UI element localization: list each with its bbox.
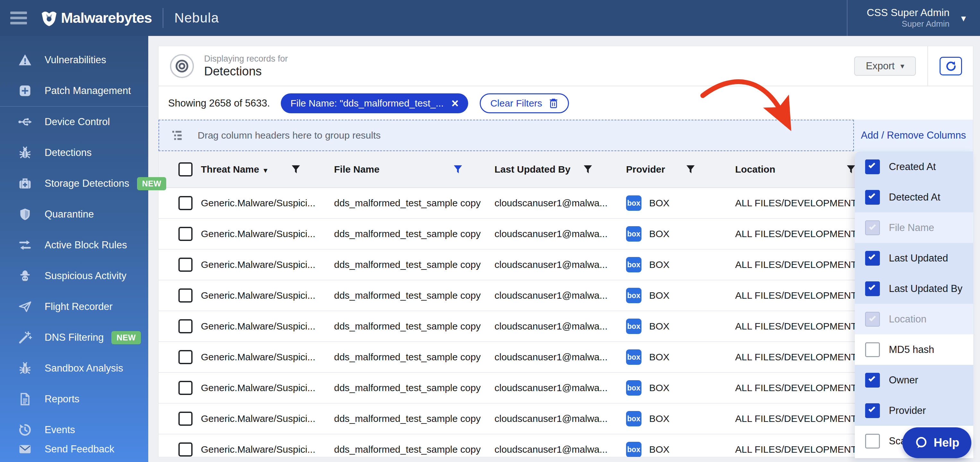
refresh-button[interactable] — [940, 57, 962, 75]
table-row[interactable]: Generic.Malware/Suspici... dds_malformed… — [159, 280, 973, 311]
column-checkbox[interactable] — [865, 403, 880, 418]
table-row[interactable]: Generic.Malware/Suspici... dds_malformed… — [159, 373, 973, 403]
warning-triangle-icon — [18, 52, 32, 67]
sidebar-item-label: Device Control — [45, 116, 110, 128]
column-toggle-file-name[interactable]: File Name — [855, 213, 973, 243]
sidebar-item-dns-filtering[interactable]: DNS Filtering NEW — [0, 322, 148, 353]
filter-funnel-icon-file-name-active[interactable] — [453, 164, 463, 175]
table-row[interactable]: Generic.Malware/Suspici... dds_malformed… — [159, 249, 973, 280]
sidebar-item-reports[interactable]: Reports — [0, 384, 148, 414]
column-header-threat-name[interactable]: Threat Name▾ — [201, 164, 267, 175]
row-checkbox[interactable] — [178, 289, 192, 303]
table-row[interactable]: Generic.Malware/Suspici... dds_malformed… — [159, 434, 973, 457]
column-checkbox[interactable] — [865, 159, 880, 174]
add-remove-columns-link[interactable]: Add / Remove Columns — [861, 130, 966, 141]
help-button[interactable]: Help — [902, 427, 971, 458]
table-row[interactable]: Generic.Malware/Suspici... dds_malformed… — [159, 342, 973, 373]
table-row[interactable]: Generic.Malware/Suspici... dds_malformed… — [159, 219, 973, 249]
cell-provider: box BOX — [626, 411, 670, 426]
document-icon — [18, 392, 32, 406]
user-menu[interactable]: CSS Super Admin Super Admin ▾ — [847, 0, 980, 36]
filter-chip-file-name[interactable]: File Name: "dds_malformed_test_... × — [281, 94, 468, 113]
sidebar-item-quarantine[interactable]: Quarantine — [0, 199, 148, 230]
sidebar-item-patch-management[interactable]: Patch Management — [0, 75, 148, 106]
cell-file-name: dds_malformed_test_sample copy — [334, 444, 481, 455]
cell-threat-name: Generic.Malware/Suspici... — [201, 259, 315, 270]
sidebar-item-detections[interactable]: Detections — [0, 137, 148, 168]
group-bar: Drag column headers here to group result… — [159, 120, 973, 151]
card-header: Displaying records for Detections Export… — [159, 46, 973, 86]
select-all-checkbox[interactable] — [178, 162, 192, 176]
sidebar-item-label: Storage Detections — [45, 178, 129, 189]
sidebar-item-suspicious-activity[interactable]: Suspicious Activity — [0, 260, 148, 291]
filter-bar: Showing 2658 of 5633. File Name: "dds_ma… — [159, 87, 973, 120]
sidebar-item-send-feedback[interactable]: Send Feedback — [0, 439, 148, 459]
table-row[interactable]: Generic.Malware/Suspici... dds_malformed… — [159, 188, 973, 219]
hamburger-menu-icon[interactable] — [10, 11, 27, 24]
column-toggle-detected-at[interactable]: Detected At — [855, 182, 973, 213]
column-checkbox[interactable] — [865, 221, 880, 235]
filter-funnel-icon-last-updated-by[interactable] — [583, 164, 593, 175]
column-checkbox[interactable] — [865, 190, 880, 205]
column-checkbox[interactable] — [865, 281, 880, 296]
column-header-location[interactable]: Location — [735, 164, 775, 175]
column-checkbox[interactable] — [865, 434, 880, 449]
column-toggle-label: Last Updated By — [889, 283, 963, 295]
table-row[interactable]: Generic.Malware/Suspici... dds_malformed… — [159, 311, 973, 342]
sidebar-item-device-control[interactable]: Device Control — [0, 106, 148, 137]
cell-last-updated-by: cloudscanuser1@malwa... — [495, 413, 608, 424]
box-provider-logo: box — [626, 380, 641, 395]
sidebar-item-storage-detections[interactable]: Storage Detections NEW — [0, 168, 148, 199]
column-checkbox[interactable] — [865, 251, 880, 266]
row-checkbox[interactable] — [178, 412, 192, 426]
column-toggle-provider[interactable]: Provider — [855, 395, 973, 426]
row-checkbox[interactable] — [178, 381, 192, 395]
column-header-file-name[interactable]: File Name — [334, 164, 380, 175]
product-name: Nebula — [174, 10, 219, 26]
filter-funnel-icon-threat-name[interactable] — [291, 164, 301, 175]
column-checkbox[interactable] — [865, 312, 880, 327]
sidebar-item-sandbox-analysis[interactable]: Sandbox Analysis — [0, 353, 148, 384]
filter-chip-close-icon[interactable]: × — [452, 97, 458, 110]
sidebar-item-vulnerabilities[interactable]: Vulnerabilities — [0, 44, 148, 75]
column-toggle-owner[interactable]: Owner — [855, 365, 973, 395]
export-button[interactable]: Export ▾ — [854, 56, 916, 76]
row-checkbox[interactable] — [178, 319, 192, 333]
column-toggle-last-updated-by[interactable]: Last Updated By — [855, 273, 973, 304]
checkmark-icon — [868, 161, 875, 168]
filter-funnel-icon-provider[interactable] — [686, 164, 696, 175]
trash-icon — [549, 98, 558, 108]
column-toggle-label: Provider — [889, 405, 926, 416]
column-toggle-md5-hash[interactable]: MD5 hash — [855, 334, 973, 365]
row-checkbox[interactable] — [178, 443, 192, 457]
column-checkbox[interactable] — [865, 373, 880, 387]
column-toggle-location[interactable]: Location — [855, 304, 973, 334]
page-title: Detections — [204, 65, 288, 78]
group-drop-zone[interactable]: Drag column headers here to group result… — [159, 120, 854, 151]
column-toggle-created-at[interactable]: Created At — [855, 151, 973, 182]
column-toggle-label: Last Updated — [889, 252, 948, 264]
row-checkbox[interactable] — [178, 196, 192, 210]
column-checkbox[interactable] — [865, 342, 880, 357]
row-checkbox[interactable] — [178, 227, 192, 241]
table-row[interactable]: Generic.Malware/Suspici... dds_malformed… — [159, 403, 973, 434]
group-columns-icon — [171, 129, 183, 142]
column-header-provider[interactable]: Provider — [626, 164, 665, 175]
row-checkbox[interactable] — [178, 258, 192, 272]
chat-bubble-icon — [914, 436, 928, 450]
column-header-last-updated-by[interactable]: Last Updated By — [495, 164, 571, 175]
brand-logo: Malwarebytes — [40, 9, 152, 27]
user-menu-caret-icon[interactable]: ▾ — [961, 13, 966, 24]
add-remove-columns-panel: Created At Detected At File Name Last Up… — [855, 151, 973, 458]
cell-file-name: dds_malformed_test_sample copy — [334, 321, 481, 332]
cell-threat-name: Generic.Malware/Suspici... — [201, 352, 315, 362]
sidebar-item-flight-recorder[interactable]: Flight Recorder — [0, 291, 148, 322]
patch-plus-icon — [18, 83, 32, 98]
clear-filters-button[interactable]: Clear Filters — [480, 94, 569, 113]
column-toggle-last-updated[interactable]: Last Updated — [855, 243, 973, 273]
sidebar-item-active-block-rules[interactable]: Active Block Rules — [0, 230, 148, 260]
actions-divider — [928, 46, 928, 86]
row-checkbox[interactable] — [178, 350, 192, 364]
checkmark-icon — [869, 314, 876, 321]
sidebar-item-label: Sandbox Analysis — [45, 362, 123, 374]
